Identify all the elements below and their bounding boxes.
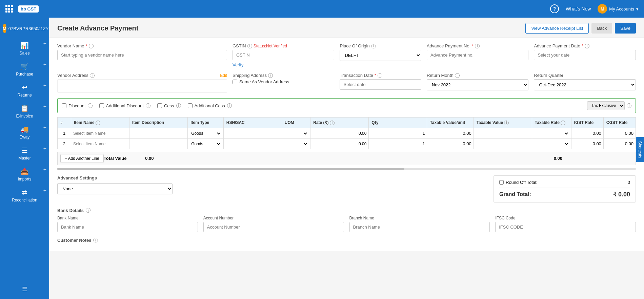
row2-item-type[interactable]: Goods Services [188,138,224,149]
row2-hsn-input[interactable] [226,141,280,147]
help-button[interactable]: ? [550,4,559,13]
additional-discount-checkbox[interactable] [99,103,104,108]
vendor-address-edit-link[interactable]: Edit [220,73,227,78]
adv-no-info-icon[interactable]: i [475,44,480,48]
sidebar-item-returns[interactable]: ↩ Returns + [0,80,49,100]
row1-item-name-input[interactable] [73,130,127,136]
taxable-rate-info-icon[interactable]: i [561,121,565,125]
ifsc-code-input[interactable] [495,222,636,232]
row2-taxable-value-input[interactable] [476,141,530,147]
tax-exclusive-info-icon[interactable]: i [627,103,631,108]
vendor-name-input[interactable] [57,50,227,60]
sales-plus-icon[interactable]: + [43,41,46,47]
row2-taxable-rate-select[interactable] [534,141,569,147]
row2-qty[interactable] [369,138,427,149]
row2-uom[interactable] [282,138,310,149]
advance-payment-date-input[interactable] [534,50,636,60]
same-as-vendor-checkbox[interactable] [233,80,237,84]
row1-hsn[interactable] [223,128,282,138]
imports-plus-icon[interactable]: + [43,167,46,173]
place-of-origin-info-icon[interactable]: i [371,44,376,48]
round-off-label[interactable]: Round Off Total: [499,180,537,185]
sidebar-item-master[interactable]: ☰ Master + [0,143,49,163]
discount-checkbox[interactable] [62,103,66,108]
einvoice-plus-icon[interactable]: + [43,104,46,110]
row2-taxable-rate[interactable] [532,138,571,149]
sidebar-item-reconciliation[interactable]: ⇄ Reconciliation + [0,185,49,205]
row1-uom[interactable] [282,128,310,138]
save-button[interactable]: Save [615,23,636,34]
row1-qty-input[interactable] [371,130,425,136]
advanced-settings-select[interactable]: None [57,183,173,194]
cess-info-icon[interactable]: i [176,103,181,108]
vendor-address-info-icon[interactable]: i [90,73,95,78]
row2-rate-input[interactable] [313,141,366,147]
sidebar-hamburger-icon[interactable]: ☰ [19,283,30,296]
shortcuts-tab[interactable]: Shortcuts [636,137,644,162]
view-advance-receipt-list-button[interactable]: View Advance Receipt List [525,23,589,34]
reconciliation-plus-icon[interactable]: + [43,188,46,194]
row1-rate-input[interactable] [313,130,366,136]
place-of-origin-select[interactable]: DELHI [340,50,421,61]
return-month-info-icon[interactable]: i [455,73,460,78]
eway-plus-icon[interactable]: + [43,125,46,131]
row1-item-type[interactable]: Goods Services [188,128,224,138]
row2-item-desc[interactable] [129,138,188,149]
taxable-value-info-icon[interactable]: i [504,121,509,125]
advance-payment-no-input[interactable] [427,50,529,60]
branch-name-input[interactable] [349,222,490,232]
cess-checkbox[interactable] [157,103,162,108]
additional-cess-checkbox[interactable] [188,103,193,108]
round-off-checkbox[interactable] [499,180,504,185]
tx-date-info-icon[interactable]: i [378,73,382,78]
gstin-input[interactable] [233,50,335,60]
row2-item-desc-input[interactable] [132,141,185,147]
returns-plus-icon[interactable]: + [43,83,46,89]
row1-taxable-value[interactable] [474,128,532,138]
additional-cess-checkbox-label[interactable]: Additional Cess i [188,103,232,108]
add-another-line-button[interactable]: + Add Another Line [60,154,104,163]
grid-menu-button[interactable] [5,5,13,13]
row2-hsn[interactable] [223,138,282,149]
row1-item-name[interactable] [71,128,129,138]
row2-item-name[interactable] [71,138,129,149]
same-as-vendor-checkbox-label[interactable]: Same As Vendor Address [233,79,335,84]
transaction-date-input[interactable] [340,79,421,90]
account-number-input[interactable] [203,222,344,232]
sidebar-item-purchase[interactable]: 🛒 Purchase + [0,59,49,79]
gstin-info-icon[interactable]: i [247,44,252,48]
cess-checkbox-label[interactable]: Cess i [157,103,181,108]
master-plus-icon[interactable]: + [43,146,46,152]
row1-qty[interactable] [369,128,427,138]
row1-hsn-input[interactable] [226,130,280,136]
discount-checkbox-label[interactable]: Discount i [62,103,93,108]
sidebar-user[interactable]: M 07BVRPR3650J1ZY [0,20,49,37]
row2-qty-input[interactable] [371,141,425,147]
row2-rate[interactable] [310,138,369,149]
sidebar-item-einvoice[interactable]: 📋 E-Invoice + [0,101,49,121]
row2-item-name-input[interactable] [73,141,127,147]
row1-taxable-rate-select[interactable] [534,130,569,137]
verify-link[interactable]: Verify [233,62,335,67]
tax-exclusive-select[interactable]: Tax Exclusive [587,101,625,110]
bank-details-info-icon[interactable]: i [86,208,90,213]
sidebar-item-sales[interactable]: 📊 Sales + [0,38,49,58]
purchase-plus-icon[interactable]: + [43,62,46,68]
whats-new-link[interactable]: What's New [566,6,591,12]
back-button[interactable]: Back [591,23,612,34]
vendor-name-info-icon[interactable]: i [89,44,94,48]
additional-discount-info-icon[interactable]: i [146,103,150,108]
row1-item-type-select[interactable]: Goods Services [190,130,221,137]
row1-item-desc[interactable] [129,128,188,138]
my-accounts-menu[interactable]: M My Accounts ▾ [598,4,639,14]
discount-info-icon[interactable]: i [88,103,93,108]
row2-taxable-value[interactable] [474,138,532,149]
sidebar-item-eway[interactable]: 🚚 Eway + [0,122,49,142]
row2-uom-select[interactable] [284,141,308,147]
row1-uom-select[interactable] [284,130,308,137]
row2-item-type-select[interactable]: Goods Services [190,141,221,147]
additional-discount-checkbox-label[interactable]: Additional Discount i [99,103,150,108]
additional-cess-info-icon[interactable]: i [227,103,232,108]
item-name-info-icon[interactable]: i [96,121,100,125]
shipping-address-info-icon[interactable]: i [268,73,273,78]
